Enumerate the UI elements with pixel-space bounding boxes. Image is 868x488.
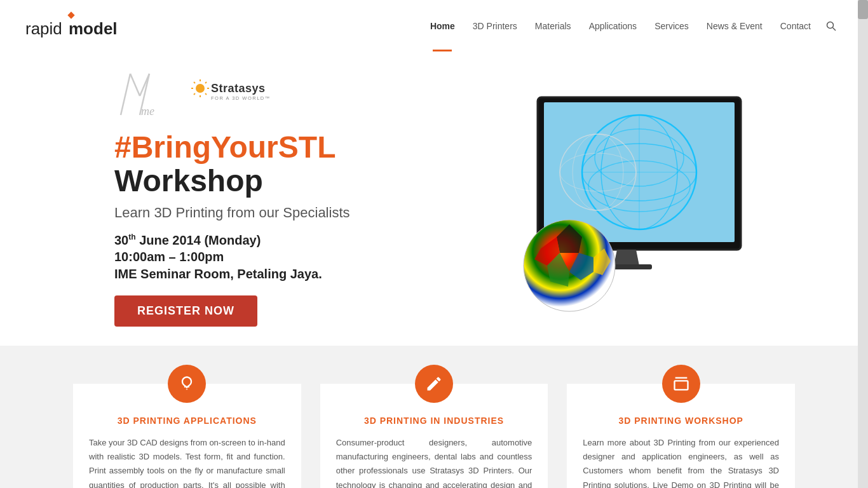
svg-text:Stratasys: Stratasys xyxy=(211,82,266,95)
hero-time: 10:00am – 1:00pm xyxy=(114,250,483,264)
svg-marker-33 xyxy=(614,250,639,266)
feature-text-industries: Consumer-product designers, automotive m… xyxy=(320,436,548,488)
scrollbar[interactable] xyxy=(858,0,868,488)
feature-icon-pencil xyxy=(415,365,453,403)
hero-content: me xyxy=(114,71,483,327)
svg-line-5 xyxy=(121,74,130,115)
nav-3d-printers[interactable]: 3D Printers xyxy=(464,0,526,51)
hero-subtitle: Learn 3D Printing from our Specialists xyxy=(114,205,483,221)
hero-logos: me xyxy=(114,71,483,118)
feature-card-industries: 3D PRINTING IN INDUSTRIES Consumer-produ… xyxy=(320,384,548,488)
svg-line-17 xyxy=(194,93,195,95)
svg-line-16 xyxy=(205,82,207,83)
register-button[interactable]: REGISTER NOW xyxy=(114,295,257,327)
svg-text:me: me xyxy=(141,105,154,118)
svg-point-10 xyxy=(196,84,205,93)
svg-point-3 xyxy=(827,22,834,28)
nav-contact[interactable]: Contact xyxy=(771,0,820,51)
svg-line-6 xyxy=(130,74,140,96)
stratasys-logo: Stratasys FOR A 3D WORLD™ xyxy=(191,77,273,112)
hero-title-orange: #BringYourSTL xyxy=(114,130,336,164)
main-nav: Home 3D Printers Materials Applications … xyxy=(421,0,843,51)
svg-line-4 xyxy=(833,27,836,30)
feature-title-industries: 3D PRINTING IN INDUSTRIES xyxy=(320,416,548,426)
hero-visual xyxy=(499,85,754,313)
nav-services[interactable]: Services xyxy=(646,0,698,51)
ime-logo: me xyxy=(114,71,172,118)
svg-line-18 xyxy=(205,93,207,95)
feature-icon-box xyxy=(662,365,700,403)
hero-banner: me xyxy=(0,51,868,346)
svg-rect-0 xyxy=(67,11,74,18)
site-header: rapid model Home 3D Printers Materials A… xyxy=(0,0,868,51)
nav-applications[interactable]: Applications xyxy=(580,0,646,51)
svg-line-15 xyxy=(194,82,195,83)
hero-location: IME Seminar Room, Petaling Jaya. xyxy=(114,267,483,281)
svg-text:FOR A 3D WORLD™: FOR A 3D WORLD™ xyxy=(211,95,271,101)
hero-title-dark: Workshop xyxy=(114,164,263,198)
logo[interactable]: rapid model xyxy=(25,10,127,42)
feature-card-workshop: 3D PRINTING WORKSHOP Learn more about 3D… xyxy=(567,384,795,488)
feature-text-workshop: Learn more about 3D Printing from our ex… xyxy=(567,436,795,488)
feature-icon-lightbulb xyxy=(168,365,206,403)
search-icon[interactable] xyxy=(820,0,843,51)
svg-text:rapid: rapid xyxy=(25,19,62,38)
feature-card-applications: 3D PRINTING APPLICATIONS Take your 3D CA… xyxy=(73,384,301,488)
ime-logo-svg: me xyxy=(114,71,172,118)
features-section: 3D PRINTING APPLICATIONS Take your 3D CA… xyxy=(0,346,868,488)
svg-text:model: model xyxy=(69,19,118,38)
feature-title-applications: 3D PRINTING APPLICATIONS xyxy=(73,416,301,426)
logo-svg: rapid model xyxy=(25,10,127,42)
nav-materials[interactable]: Materials xyxy=(526,0,580,51)
nav-home[interactable]: Home xyxy=(421,0,464,51)
feature-title-workshop: 3D PRINTING WORKSHOP xyxy=(567,416,795,426)
hero-title: #BringYourSTL Workshop xyxy=(114,131,483,198)
feature-text-applications: Take your 3D CAD designs from on-screen … xyxy=(73,436,301,488)
hero-image-svg xyxy=(499,85,754,313)
scrollbar-thumb[interactable] xyxy=(858,0,868,19)
hero-date: 30th June 2014 (Monday) xyxy=(114,233,483,248)
nav-news-event[interactable]: News & Event xyxy=(698,0,771,51)
stratasys-logo-svg: Stratasys FOR A 3D WORLD™ xyxy=(191,77,273,112)
